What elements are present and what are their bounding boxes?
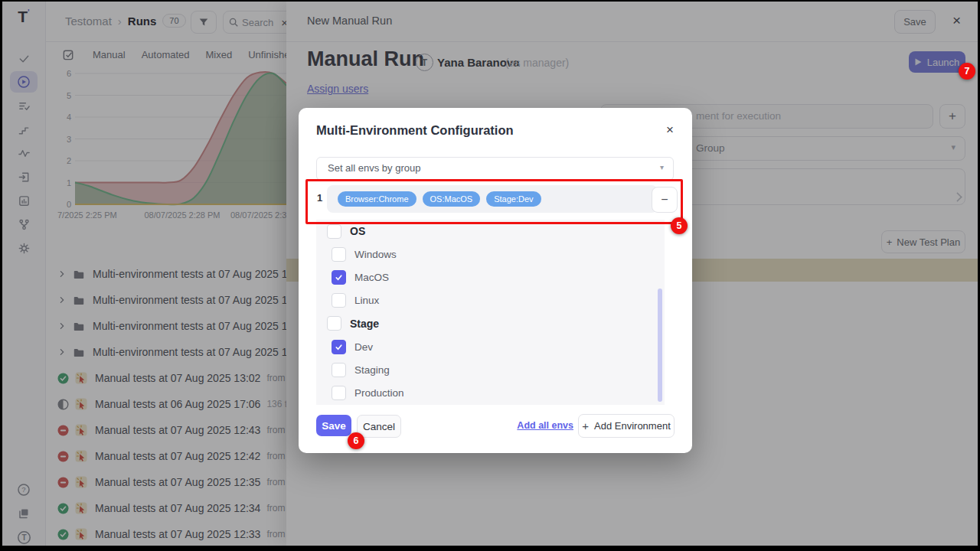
- option-label: OS: [350, 225, 365, 237]
- environment-options-panel: OSWindowsMacOSLinuxStageDevStagingProduc…: [316, 220, 665, 405]
- annotation-rectangle: [305, 179, 683, 224]
- options-scrollbar[interactable]: [658, 289, 662, 402]
- option-label: Linux: [354, 295, 379, 306]
- envs-group-placeholder: Set all envs by group: [328, 162, 420, 174]
- option-row-staging: Staging: [316, 358, 665, 381]
- multi-environment-modal: Multi-Environment Configuration × Set al…: [299, 108, 692, 453]
- option-row-production: Production: [316, 381, 665, 404]
- checkbox-production[interactable]: [332, 386, 346, 400]
- option-label: Stage: [350, 318, 379, 330]
- option-row-dev: Dev: [316, 335, 665, 358]
- plus-icon: +: [582, 419, 589, 432]
- annotation-badge-7: 7: [959, 63, 975, 80]
- add-environment-button[interactable]: + Add Environment: [578, 414, 675, 438]
- modal-title: Multi-Environment Configuration: [316, 123, 514, 138]
- modal-save-button[interactable]: Save: [316, 415, 351, 436]
- annotation-badge-6: 6: [348, 432, 364, 449]
- checkbox-windows[interactable]: [332, 247, 346, 262]
- app-screen: Testomat › Runs 70 Search × T' ?T Manual…: [2, 2, 978, 546]
- option-label: Windows: [354, 249, 397, 260]
- option-label: Staging: [354, 364, 390, 376]
- checkbox-linux[interactable]: [332, 293, 346, 308]
- checkbox-os[interactable]: [327, 224, 341, 239]
- add-all-envs-link[interactable]: Add all envs: [517, 420, 573, 431]
- checkbox-stage[interactable]: [327, 316, 341, 331]
- option-row-windows: Windows: [316, 243, 665, 266]
- checkbox-dev[interactable]: [332, 340, 346, 354]
- checkbox-staging[interactable]: [332, 363, 346, 377]
- modal-cancel-button[interactable]: Cancel: [357, 415, 401, 438]
- option-row-stage: Stage: [316, 312, 665, 335]
- checkbox-macos[interactable]: [332, 270, 346, 285]
- modal-close-icon[interactable]: ×: [666, 122, 674, 138]
- option-label: Production: [354, 387, 404, 399]
- option-row-macos: MacOS: [316, 266, 665, 289]
- option-label: MacOS: [354, 272, 389, 283]
- option-label: Dev: [354, 341, 373, 353]
- chevron-down-icon: ▾: [660, 163, 664, 171]
- option-row-linux: Linux: [316, 289, 665, 312]
- annotation-badge-5: 5: [671, 217, 688, 234]
- envs-group-select[interactable]: Set all envs by group ▾: [316, 157, 674, 181]
